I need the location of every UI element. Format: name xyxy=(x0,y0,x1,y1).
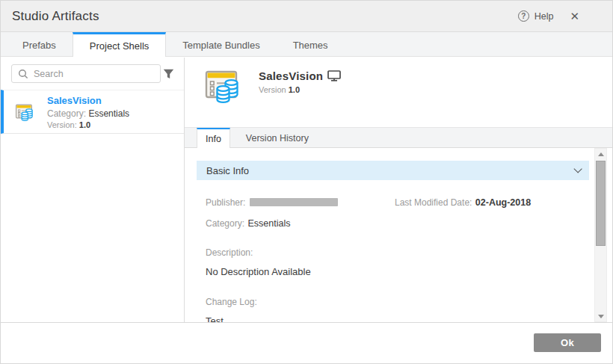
help-link[interactable]: Help xyxy=(535,11,554,22)
close-icon[interactable]: ✕ xyxy=(570,10,579,22)
section-title: Basic Info xyxy=(206,165,249,176)
basic-info-section-header[interactable]: Basic Info xyxy=(197,161,589,180)
monitor-icon xyxy=(327,70,341,81)
tab-prefabs[interactable]: Prefabs xyxy=(6,32,73,56)
dialog-footer: Ok xyxy=(1,322,612,363)
tab-version-history[interactable]: Version History xyxy=(230,128,324,147)
scroll-down-arrow[interactable] xyxy=(595,311,606,321)
category-field: Category: Essentials xyxy=(206,216,582,229)
detail-header: SalesVision Version1.0 xyxy=(185,58,612,127)
artifact-type-tabs: Prefabs Project Shells Template Bundles … xyxy=(1,32,612,57)
item-name: SalesVision xyxy=(47,95,178,106)
search-row xyxy=(1,58,184,90)
artifact-list-sidebar: SalesVision Category: Essentials Version… xyxy=(1,58,185,322)
artifact-icon xyxy=(14,102,35,126)
filter-icon xyxy=(163,69,174,79)
publisher-redacted-value xyxy=(250,198,338,206)
description-value: No Description Available xyxy=(206,266,582,277)
detail-title: SalesVision xyxy=(259,70,323,82)
tab-themes[interactable]: Themes xyxy=(277,32,345,56)
detail-panel: SalesVision Version1.0 xyxy=(185,58,612,322)
changelog-value: Test xyxy=(206,315,582,322)
item-category: Category: Essentials xyxy=(47,108,178,119)
detail-tabs: Info Version History xyxy=(185,127,612,148)
vertical-scrollbar[interactable] xyxy=(594,148,607,322)
tab-template-bundles[interactable]: Template Bundles xyxy=(166,32,276,56)
search-box[interactable] xyxy=(11,64,161,83)
detail-titleblock: SalesVision Version1.0 xyxy=(259,70,341,94)
item-version: Version: 1.0 xyxy=(47,120,178,129)
tab-info[interactable]: Info xyxy=(197,128,230,148)
description-label: Description: xyxy=(206,247,582,258)
help-icon[interactable]: ? xyxy=(518,10,529,22)
ok-button[interactable]: Ok xyxy=(534,333,601,352)
publisher-field: Publisher: xyxy=(206,195,395,209)
changelog-label: Change Log: xyxy=(206,297,582,307)
filter-button[interactable] xyxy=(161,65,176,83)
studio-artifacts-dialog: Studio Artifacts ? Help ✕ Prefabs Projec… xyxy=(0,0,613,364)
scrollbar-thumb[interactable] xyxy=(596,161,606,246)
basic-info-fields: Publisher: Last Modified Date: 02-Aug-20… xyxy=(185,180,612,322)
main-split: SalesVision Category: Essentials Version… xyxy=(1,58,612,322)
scroll-up-arrow[interactable] xyxy=(595,149,606,159)
detail-version: Version1.0 xyxy=(259,85,341,94)
titlebar-actions: ? Help ✕ xyxy=(518,10,601,22)
artifact-icon-large xyxy=(203,66,243,109)
list-item-salesvision[interactable]: SalesVision Category: Essentials Version… xyxy=(1,90,184,134)
dialog-titlebar: Studio Artifacts ? Help ✕ xyxy=(1,1,612,32)
info-tab-content: Basic Info Publisher: Last Modified Date… xyxy=(185,148,612,322)
search-input[interactable] xyxy=(34,69,154,79)
search-icon xyxy=(18,69,28,79)
last-modified-field: Last Modified Date: 02-Aug-2018 xyxy=(395,195,531,209)
chevron-down-icon xyxy=(573,164,582,173)
tab-project-shells[interactable]: Project Shells xyxy=(73,32,166,57)
page-title: Studio Artifacts xyxy=(12,9,99,24)
